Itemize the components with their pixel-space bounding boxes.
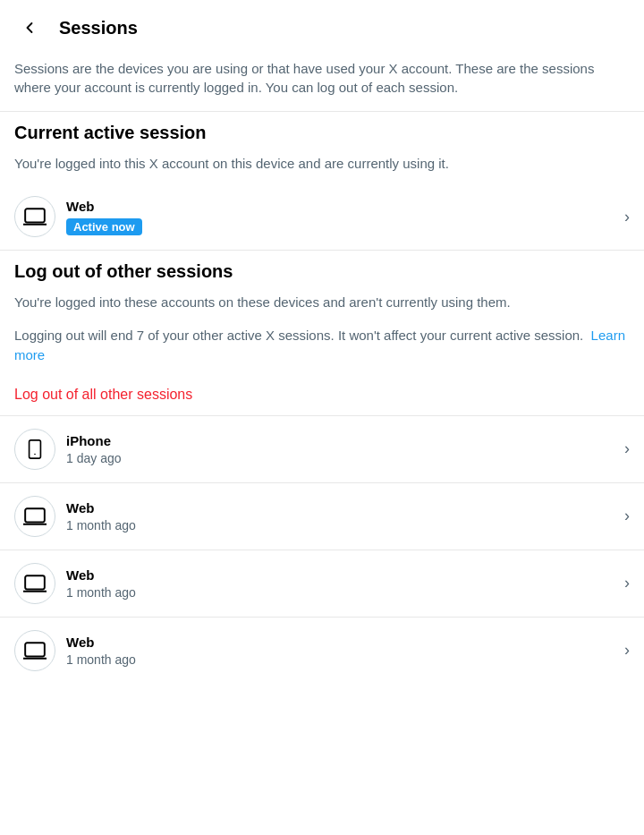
current-section-title: Current active session xyxy=(0,112,644,150)
other-section-title: Log out of other sessions xyxy=(0,251,644,289)
warn-text: Logging out will end 7 of your other act… xyxy=(0,322,644,374)
other-section-desc1: You're logged into these accounts on the… xyxy=(0,289,644,322)
other-session-item[interactable]: Web 1 month ago › xyxy=(0,550,644,617)
warn-text-prefix: Logging out will end 7 of your other act… xyxy=(14,328,583,343)
laptop-icon xyxy=(23,205,47,228)
session-info: Web 1 month ago xyxy=(66,634,617,668)
session-name: Web xyxy=(66,499,617,517)
session-time: 1 month ago xyxy=(66,652,617,667)
laptop-icon xyxy=(23,572,47,595)
svg-rect-8 xyxy=(25,643,45,656)
back-button[interactable] xyxy=(14,13,45,43)
other-sessions-list: iPhone 1 day ago › Web 1 month ago › xyxy=(0,416,644,684)
session-name: Web xyxy=(66,567,617,584)
current-session-name: Web xyxy=(66,198,617,216)
session-name: Web xyxy=(66,634,617,652)
session-icon-circle xyxy=(14,496,55,537)
session-time: 1 month ago xyxy=(66,585,617,600)
svg-rect-4 xyxy=(25,508,45,522)
session-info: iPhone 1 day ago xyxy=(66,432,617,466)
other-session-item[interactable]: iPhone 1 day ago › xyxy=(0,416,644,482)
session-chevron: › xyxy=(624,507,630,525)
current-session-icon-circle xyxy=(14,196,55,237)
session-time: 1 day ago xyxy=(66,451,617,465)
session-chevron: › xyxy=(624,439,630,458)
phone-icon xyxy=(25,439,45,459)
svg-rect-0 xyxy=(25,209,45,222)
session-info: Web 1 month ago xyxy=(66,567,617,601)
logout-all-button[interactable]: Log out of all other sessions xyxy=(0,374,644,415)
page-title: Sessions xyxy=(59,18,138,38)
page-description: Sessions are the devices you are using o… xyxy=(0,55,644,111)
session-chevron: › xyxy=(624,641,630,660)
current-session-item[interactable]: Web Active now › xyxy=(0,183,644,250)
session-icon-circle xyxy=(14,429,55,470)
svg-rect-6 xyxy=(25,575,45,589)
current-section-desc: You're logged into this X account on thi… xyxy=(0,150,644,183)
other-session-item[interactable]: Web 1 month ago › xyxy=(0,618,644,684)
session-time: 1 month ago xyxy=(66,518,617,533)
svg-rect-2 xyxy=(30,439,41,457)
other-session-item[interactable]: Web 1 month ago › xyxy=(0,483,644,550)
back-icon xyxy=(21,19,38,37)
session-icon-circle xyxy=(14,563,55,604)
session-info: Web 1 month ago xyxy=(66,499,617,533)
session-chevron: › xyxy=(624,574,630,592)
current-session-chevron: › xyxy=(624,208,630,226)
active-badge: Active now xyxy=(66,218,142,235)
session-icon-circle xyxy=(14,630,55,671)
current-session-info: Web Active now xyxy=(66,198,617,235)
laptop-icon xyxy=(23,639,47,662)
header: Sessions xyxy=(0,0,644,55)
laptop-icon xyxy=(23,505,47,528)
session-name: iPhone xyxy=(66,432,617,450)
